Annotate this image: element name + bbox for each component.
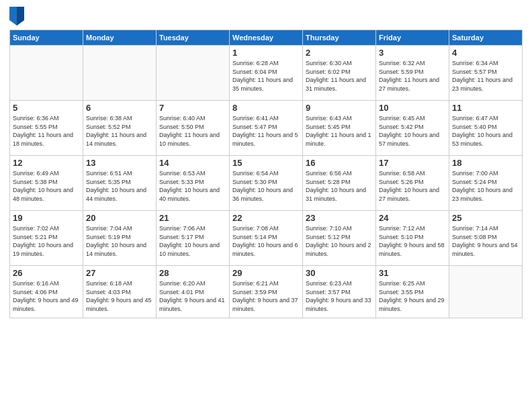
day-info: Sunrise: 6:34 AM Sunset: 5:57 PM Dayligh… [452, 59, 519, 93]
day-number: 31 [379, 268, 446, 278]
table-row: 29Sunrise: 6:21 AM Sunset: 3:59 PM Dayli… [230, 266, 303, 318]
day-info: Sunrise: 6:49 AM Sunset: 5:38 PM Dayligh… [13, 169, 80, 203]
day-number: 27 [86, 268, 153, 278]
day-info: Sunrise: 6:43 AM Sunset: 5:45 PM Dayligh… [306, 114, 373, 148]
logo-icon [9, 7, 24, 26]
day-number: 30 [306, 268, 373, 278]
table-row: 8Sunrise: 6:41 AM Sunset: 5:47 PM Daylig… [230, 101, 303, 156]
table-row: 6Sunrise: 6:38 AM Sunset: 5:52 PM Daylig… [83, 101, 157, 156]
day-number: 15 [232, 158, 300, 168]
table-row: 4Sunrise: 6:34 AM Sunset: 5:57 PM Daylig… [449, 46, 523, 101]
day-number: 22 [232, 213, 300, 223]
day-info: Sunrise: 7:06 AM Sunset: 5:17 PM Dayligh… [159, 224, 226, 258]
day-info: Sunrise: 6:51 AM Sunset: 5:35 PM Dayligh… [86, 169, 153, 203]
table-row: 31Sunrise: 6:25 AM Sunset: 3:55 PM Dayli… [376, 266, 449, 318]
table-row [157, 46, 230, 101]
day-info: Sunrise: 6:25 AM Sunset: 3:55 PM Dayligh… [379, 279, 446, 313]
col-header-thursday: Thursday [303, 30, 376, 46]
table-row: 24Sunrise: 7:12 AM Sunset: 5:10 PM Dayli… [376, 211, 449, 266]
table-row: 15Sunrise: 6:54 AM Sunset: 5:30 PM Dayli… [230, 156, 303, 211]
day-info: Sunrise: 6:54 AM Sunset: 5:30 PM Dayligh… [232, 169, 300, 203]
day-info: Sunrise: 6:30 AM Sunset: 6:02 PM Dayligh… [306, 59, 373, 93]
day-info: Sunrise: 6:16 AM Sunset: 4:06 PM Dayligh… [13, 279, 80, 313]
day-number: 16 [306, 158, 373, 168]
day-number: 2 [306, 48, 373, 58]
calendar-week-row: 19Sunrise: 7:02 AM Sunset: 5:21 PM Dayli… [10, 211, 523, 266]
day-info: Sunrise: 6:56 AM Sunset: 5:28 PM Dayligh… [306, 169, 373, 203]
table-row: 26Sunrise: 6:16 AM Sunset: 4:06 PM Dayli… [10, 266, 83, 318]
svg-marker-1 [17, 7, 24, 26]
day-number: 20 [86, 213, 153, 223]
day-number: 29 [232, 268, 300, 278]
table-row: 22Sunrise: 7:08 AM Sunset: 5:14 PM Dayli… [230, 211, 303, 266]
day-info: Sunrise: 6:32 AM Sunset: 5:59 PM Dayligh… [379, 59, 446, 93]
table-row: 27Sunrise: 6:18 AM Sunset: 4:03 PM Dayli… [83, 266, 157, 318]
table-row: 19Sunrise: 7:02 AM Sunset: 5:21 PM Dayli… [10, 211, 83, 266]
day-number: 3 [379, 48, 446, 58]
table-row: 23Sunrise: 7:10 AM Sunset: 5:12 PM Dayli… [303, 211, 376, 266]
day-number: 26 [13, 268, 80, 278]
day-number: 10 [379, 103, 446, 113]
logo [9, 7, 27, 26]
calendar-table: SundayMondayTuesdayWednesdayThursdayFrid… [9, 30, 523, 318]
table-row: 13Sunrise: 6:51 AM Sunset: 5:35 PM Dayli… [83, 156, 157, 211]
col-header-friday: Friday [376, 30, 449, 46]
day-number: 5 [13, 103, 80, 113]
day-info: Sunrise: 6:21 AM Sunset: 3:59 PM Dayligh… [232, 279, 300, 313]
day-info: Sunrise: 6:45 AM Sunset: 5:42 PM Dayligh… [379, 114, 446, 148]
day-number: 18 [452, 158, 519, 168]
day-info: Sunrise: 7:14 AM Sunset: 5:08 PM Dayligh… [452, 224, 519, 258]
table-row [449, 266, 523, 318]
table-row: 20Sunrise: 7:04 AM Sunset: 5:19 PM Dayli… [83, 211, 157, 266]
day-number: 9 [306, 103, 373, 113]
day-info: Sunrise: 6:28 AM Sunset: 6:04 PM Dayligh… [232, 59, 300, 93]
day-info: Sunrise: 6:47 AM Sunset: 5:40 PM Dayligh… [452, 114, 519, 148]
day-number: 21 [159, 213, 226, 223]
day-number: 14 [159, 158, 226, 168]
day-info: Sunrise: 7:12 AM Sunset: 5:10 PM Dayligh… [379, 224, 446, 258]
table-row [83, 46, 157, 101]
table-row: 7Sunrise: 6:40 AM Sunset: 5:50 PM Daylig… [157, 101, 230, 156]
calendar-week-row: 1Sunrise: 6:28 AM Sunset: 6:04 PM Daylig… [10, 46, 523, 101]
day-info: Sunrise: 6:53 AM Sunset: 5:33 PM Dayligh… [159, 169, 226, 203]
day-info: Sunrise: 7:04 AM Sunset: 5:19 PM Dayligh… [86, 224, 153, 258]
table-row: 10Sunrise: 6:45 AM Sunset: 5:42 PM Dayli… [376, 101, 449, 156]
calendar-header-row: SundayMondayTuesdayWednesdayThursdayFrid… [10, 30, 523, 46]
page-container: SundayMondayTuesdayWednesdayThursdayFrid… [0, 0, 532, 411]
day-info: Sunrise: 6:18 AM Sunset: 4:03 PM Dayligh… [86, 279, 153, 313]
day-number: 13 [86, 158, 153, 168]
day-info: Sunrise: 6:38 AM Sunset: 5:52 PM Dayligh… [86, 114, 153, 148]
table-row: 9Sunrise: 6:43 AM Sunset: 5:45 PM Daylig… [303, 101, 376, 156]
col-header-sunday: Sunday [10, 30, 83, 46]
day-number: 17 [379, 158, 446, 168]
day-number: 24 [379, 213, 446, 223]
day-info: Sunrise: 6:36 AM Sunset: 5:55 PM Dayligh… [13, 114, 80, 148]
day-number: 4 [452, 48, 519, 58]
table-row: 16Sunrise: 6:56 AM Sunset: 5:28 PM Dayli… [303, 156, 376, 211]
day-info: Sunrise: 6:20 AM Sunset: 4:01 PM Dayligh… [159, 279, 226, 313]
table-row: 25Sunrise: 7:14 AM Sunset: 5:08 PM Dayli… [449, 211, 523, 266]
header [9, 7, 523, 26]
table-row: 17Sunrise: 6:58 AM Sunset: 5:26 PM Dayli… [376, 156, 449, 211]
day-info: Sunrise: 6:40 AM Sunset: 5:50 PM Dayligh… [159, 114, 226, 148]
day-info: Sunrise: 6:58 AM Sunset: 5:26 PM Dayligh… [379, 169, 446, 203]
day-info: Sunrise: 7:10 AM Sunset: 5:12 PM Dayligh… [306, 224, 373, 258]
day-info: Sunrise: 7:00 AM Sunset: 5:24 PM Dayligh… [452, 169, 519, 203]
day-number: 25 [452, 213, 519, 223]
table-row: 12Sunrise: 6:49 AM Sunset: 5:38 PM Dayli… [10, 156, 83, 211]
col-header-wednesday: Wednesday [230, 30, 303, 46]
table-row: 1Sunrise: 6:28 AM Sunset: 6:04 PM Daylig… [230, 46, 303, 101]
col-header-monday: Monday [83, 30, 157, 46]
day-info: Sunrise: 7:02 AM Sunset: 5:21 PM Dayligh… [13, 224, 80, 258]
day-info: Sunrise: 6:41 AM Sunset: 5:47 PM Dayligh… [232, 114, 300, 148]
table-row: 5Sunrise: 6:36 AM Sunset: 5:55 PM Daylig… [10, 101, 83, 156]
day-info: Sunrise: 6:23 AM Sunset: 3:57 PM Dayligh… [306, 279, 373, 313]
table-row: 28Sunrise: 6:20 AM Sunset: 4:01 PM Dayli… [157, 266, 230, 318]
calendar-week-row: 12Sunrise: 6:49 AM Sunset: 5:38 PM Dayli… [10, 156, 523, 211]
day-number: 8 [232, 103, 300, 113]
table-row: 11Sunrise: 6:47 AM Sunset: 5:40 PM Dayli… [449, 101, 523, 156]
table-row: 2Sunrise: 6:30 AM Sunset: 6:02 PM Daylig… [303, 46, 376, 101]
calendar-week-row: 5Sunrise: 6:36 AM Sunset: 5:55 PM Daylig… [10, 101, 523, 156]
day-info: Sunrise: 7:08 AM Sunset: 5:14 PM Dayligh… [232, 224, 300, 258]
col-header-tuesday: Tuesday [157, 30, 230, 46]
